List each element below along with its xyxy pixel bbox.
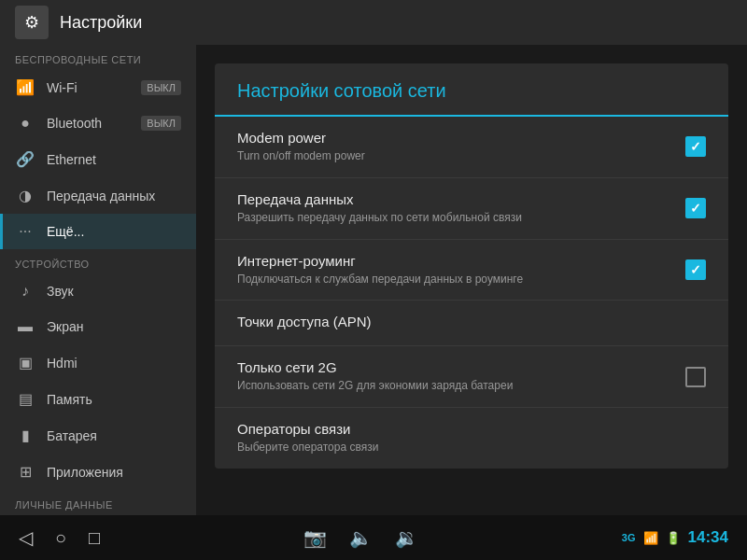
sidebar-item-label-battery: Батарея — [47, 428, 181, 443]
sidebar-item-label-ethernet: Ethernet — [47, 152, 181, 167]
sidebar-item-bluetooth[interactable]: ●BluetoothВЫКЛ — [0, 105, 196, 141]
sidebar-item-more[interactable]: ···Ещё... — [0, 214, 196, 249]
sidebar-item-wifi[interactable]: 📶Wi-FiВЫКЛ — [0, 69, 196, 105]
memory-icon: ▤ — [15, 390, 35, 408]
setting-desc-operators: Выберите оператора связи — [237, 440, 706, 455]
sidebar-item-battery[interactable]: ▮Батарея — [0, 417, 196, 454]
sidebar-item-label-screen: Экран — [47, 319, 181, 334]
bluetooth-icon: ● — [15, 115, 35, 132]
signal-3g: 3G — [622, 532, 636, 543]
signal-bars-icon: 📶 — [643, 531, 658, 545]
setting-title-modem_power: Modem power — [237, 130, 670, 146]
sidebar-item-label-sound: Звук — [47, 284, 181, 299]
sidebar-item-label-data: Передача данных — [47, 189, 181, 203]
ethernet-icon: 🔗 — [15, 150, 35, 168]
sidebar-item-screen[interactable]: ▬Экран — [0, 309, 196, 344]
setting-text-data_transfer: Передача данныхРазрешить передачу данных… — [237, 191, 670, 226]
setting-title-operators: Операторы связи — [237, 421, 706, 437]
sidebar-item-data[interactable]: ◑Передача данных — [0, 177, 196, 214]
home-icon[interactable]: ○ — [55, 527, 66, 549]
back-icon[interactable]: ◁ — [19, 526, 33, 549]
setting-item-operators[interactable]: Операторы связиВыберите оператора связи — [215, 408, 728, 469]
sidebar-item-apps[interactable]: ⊞Приложения — [0, 454, 196, 490]
setting-title-apn: Точки доступа (APN) — [237, 314, 706, 329]
sidebar-item-label-wifi: Wi-Fi — [47, 80, 130, 95]
setting-item-data_transfer[interactable]: Передача данныхРазрешить передачу данных… — [215, 178, 728, 240]
setting-text-apn: Точки доступа (APN) — [237, 314, 706, 332]
setting-text-2g_only: Только сети 2GИспользовать сети 2G для э… — [237, 359, 670, 394]
setting-text-modem_power: Modem powerTurn on/off modem power — [237, 130, 670, 164]
sidebar-badge-bluetooth: ВЫКЛ — [141, 116, 181, 131]
sidebar-item-label-hdmi: Hdmi — [47, 356, 181, 371]
setting-title-data_transfer: Передача данных — [237, 191, 670, 207]
sidebar-item-sound[interactable]: ♪Звук — [0, 273, 196, 309]
clock: 14:34 — [688, 528, 728, 547]
settings-icon: ⚙ — [15, 6, 49, 39]
sidebar-item-hdmi[interactable]: ▣Hdmi — [0, 344, 196, 381]
apps-icon: ⊞ — [15, 463, 35, 481]
sound-icon: ♪ — [15, 283, 35, 300]
more-icon: ··· — [15, 223, 35, 240]
setting-title-roaming: Интернет-роуминг — [237, 253, 670, 269]
topbar-title: Настройки — [60, 13, 142, 33]
sidebar-item-label-memory: Память — [47, 392, 181, 407]
dialog-title: Настройки сотовой сети — [215, 63, 728, 117]
volume-up-icon[interactable]: 🔉 — [395, 526, 418, 549]
wifi-icon: 📶 — [15, 78, 35, 96]
hdmi-icon: ▣ — [15, 354, 35, 371]
sidebar-item-label-bluetooth: Bluetooth — [47, 116, 130, 131]
sidebar-section-label: УСТРОЙСТВО — [0, 249, 196, 273]
volume-down-icon[interactable]: 🔈 — [349, 526, 373, 549]
setting-desc-roaming: Подключаться к службам передачи данных в… — [237, 272, 670, 287]
sidebar-section-label: ЛИЧНЫЕ ДАННЫЕ — [0, 490, 196, 514]
sidebar-item-ethernet[interactable]: 🔗Ethernet — [0, 141, 196, 177]
sidebar-section-label: БЕСПРОВОДНЫЕ СЕТИ — [0, 45, 196, 69]
checkbox-roaming[interactable] — [685, 259, 706, 280]
sidebar: БЕСПРОВОДНЫЕ СЕТИ📶Wi-FiВЫКЛ●BluetoothВЫК… — [0, 45, 196, 515]
bottombar: ◁ ○ □ 📷 🔈 🔉 3G 📶 🔋 14:34 — [0, 515, 747, 560]
setting-title-2g_only: Только сети 2G — [237, 359, 670, 375]
topbar: ⚙ Настройки — [0, 0, 747, 45]
media-icons: 📷 🔈 🔉 — [303, 526, 418, 549]
sidebar-item-memory[interactable]: ▤Память — [0, 381, 196, 417]
status-bar: 3G 📶 🔋 14:34 — [622, 528, 728, 547]
main-area: БЕСПРОВОДНЫЕ СЕТИ📶Wi-FiВЫКЛ●BluetoothВЫК… — [0, 45, 747, 515]
setting-desc-data_transfer: Разрешить передачу данных по сети мобиль… — [237, 210, 670, 226]
battery-icon: ▮ — [15, 427, 35, 444]
sidebar-badge-wifi: ВЫКЛ — [141, 80, 181, 95]
content-area: Настройки сотовой сети Modem powerTurn o… — [196, 45, 747, 515]
setting-desc-modem_power: Turn on/off modem power — [237, 148, 670, 164]
data-icon: ◑ — [15, 187, 35, 204]
setting-item-roaming[interactable]: Интернет-роумингПодключаться к службам п… — [215, 240, 728, 301]
screen-icon: ▬ — [15, 318, 35, 335]
checkbox-2g_only[interactable] — [685, 367, 706, 387]
sidebar-item-label-apps: Приложения — [47, 465, 181, 480]
battery-icon: 🔋 — [666, 531, 681, 545]
setting-desc-2g_only: Использовать сети 2G для экономии заряда… — [237, 378, 670, 394]
dialog-panel: Настройки сотовой сети Modem powerTurn o… — [215, 63, 728, 469]
checkbox-data_transfer[interactable] — [685, 198, 706, 218]
setting-item-apn[interactable]: Точки доступа (APN) — [215, 301, 728, 346]
setting-text-roaming: Интернет-роумингПодключаться к службам п… — [237, 253, 670, 287]
setting-item-2g_only[interactable]: Только сети 2GИспользовать сети 2G для э… — [215, 346, 728, 408]
sidebar-item-label-more: Ещё... — [47, 224, 181, 239]
checkbox-modem_power[interactable] — [685, 136, 706, 157]
setting-item-modem_power[interactable]: Modem powerTurn on/off modem power — [215, 117, 728, 178]
setting-text-operators: Операторы связиВыберите оператора связи — [237, 421, 706, 455]
recents-icon[interactable]: □ — [89, 527, 100, 549]
nav-icons: ◁ ○ □ — [19, 526, 100, 549]
camera-icon[interactable]: 📷 — [303, 526, 327, 549]
settings-list: Modem powerTurn on/off modem powerПереда… — [215, 117, 728, 469]
